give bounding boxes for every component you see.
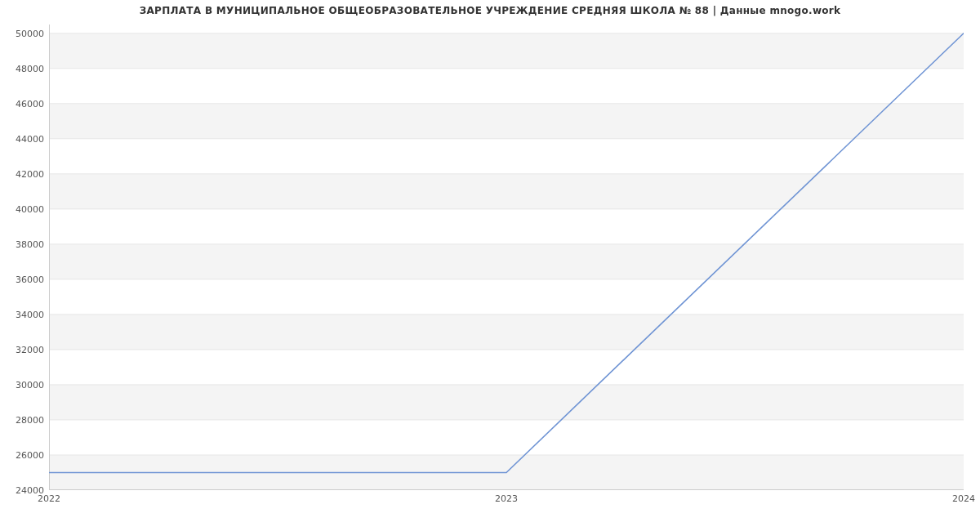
- y-tick-label: 44000: [3, 133, 44, 144]
- x-tick-label: 2022: [38, 493, 60, 504]
- y-tick-label: 48000: [3, 63, 44, 74]
- y-tick-label: 46000: [3, 98, 44, 109]
- svg-rect-11: [49, 69, 964, 104]
- y-tick-label: 38000: [3, 239, 44, 249]
- svg-rect-5: [49, 279, 964, 315]
- svg-rect-7: [49, 209, 964, 244]
- plot-area: [49, 25, 964, 490]
- svg-rect-1: [49, 420, 964, 455]
- svg-rect-6: [49, 244, 964, 279]
- y-tick-label: 36000: [3, 274, 44, 284]
- y-tick-label: 26000: [3, 449, 44, 460]
- y-tick-label: 34000: [3, 309, 44, 319]
- y-tick-label: 32000: [3, 344, 44, 355]
- chart-svg: [49, 25, 964, 490]
- y-tick-label: 28000: [3, 414, 44, 425]
- svg-rect-9: [49, 139, 964, 174]
- y-tick-label: 40000: [3, 203, 44, 214]
- svg-rect-3: [49, 350, 964, 385]
- svg-rect-10: [49, 104, 964, 139]
- chart-container: ЗАРПЛАТА В МУНИЦИПАЛЬНОЕ ОБЩЕОБРАЗОВАТЕЛ…: [0, 0, 980, 531]
- chart-title: ЗАРПЛАТА В МУНИЦИПАЛЬНОЕ ОБЩЕОБРАЗОВАТЕЛ…: [0, 5, 980, 16]
- y-tick-label: 30000: [3, 379, 44, 390]
- svg-rect-4: [49, 315, 964, 350]
- svg-rect-13: [49, 25, 964, 33]
- x-tick-label: 2023: [495, 493, 518, 504]
- svg-rect-2: [49, 385, 964, 420]
- y-tick-label: 42000: [3, 168, 44, 179]
- svg-rect-8: [49, 174, 964, 209]
- svg-rect-12: [49, 33, 964, 69]
- y-tick-label: 50000: [3, 28, 44, 38]
- x-tick-label: 2024: [952, 493, 975, 504]
